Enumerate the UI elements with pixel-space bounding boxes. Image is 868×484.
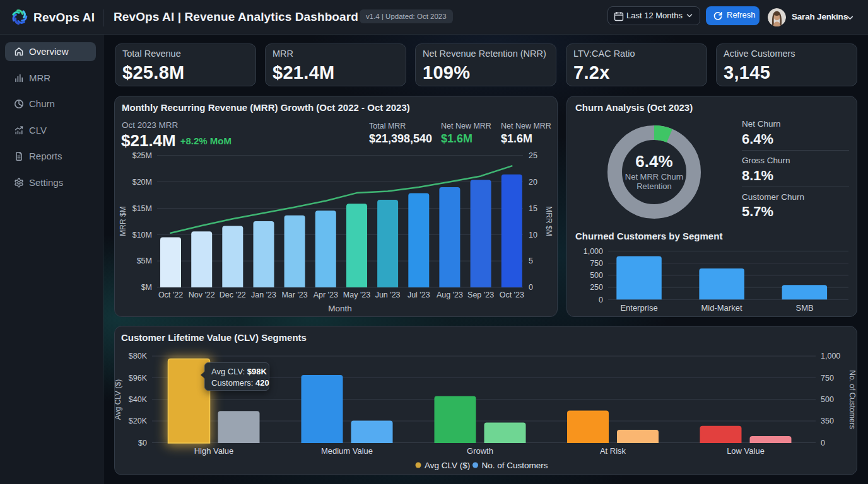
svg-text:$M: $M [141, 283, 152, 292]
svg-text:1,000: 1,000 [821, 352, 840, 360]
svg-text:Aug '23: Aug '23 [437, 291, 463, 299]
svg-text:Low Value: Low Value [727, 446, 765, 456]
svg-text:0: 0 [529, 283, 533, 292]
svg-text:Growth: Growth [467, 446, 493, 456]
svg-text:High Value: High Value [194, 446, 234, 456]
svg-text:500: 500 [590, 271, 603, 280]
svg-text:MRR $M: MRR $M [119, 206, 127, 236]
svg-text:Medium Value: Medium Value [321, 446, 373, 456]
svg-text:Mid-Market: Mid-Market [701, 303, 742, 313]
svg-text:Jul '23: Jul '23 [408, 291, 430, 299]
svg-text:No. of Customers: No. of Customers [482, 461, 548, 470]
svg-text:Avg CLV ($): Avg CLV ($) [115, 379, 122, 420]
svg-text:$10M: $10M [132, 231, 152, 239]
svg-text:$5M: $5M [137, 256, 152, 265]
svg-text:250: 250 [590, 283, 603, 292]
svg-text:Month: Month [328, 304, 352, 313]
svg-text:MRR $M: MRR $M [544, 206, 553, 236]
svg-text:Retention: Retention [636, 182, 672, 191]
svg-text:$80K: $80K [129, 352, 148, 360]
svg-text:$15M: $15M [132, 204, 152, 213]
svg-text:Enterprise: Enterprise [620, 303, 657, 313]
svg-text:Jan '23: Jan '23 [251, 291, 276, 299]
svg-text:1,000: 1,000 [584, 247, 603, 256]
svg-text:$20K: $20K [129, 417, 148, 425]
svg-text:No. of Customers: No. of Customers [848, 370, 857, 429]
svg-text:Oct '22: Oct '22 [158, 291, 183, 299]
svg-text:25: 25 [529, 151, 537, 160]
svg-text:750: 750 [590, 259, 603, 268]
svg-text:Net MRR Churn: Net MRR Churn [625, 172, 683, 182]
svg-text:20: 20 [529, 178, 537, 187]
svg-text:Jun '23: Jun '23 [375, 291, 401, 299]
svg-text:Avg CLV ($): Avg CLV ($) [425, 461, 470, 470]
svg-text:May '23: May '23 [343, 291, 370, 299]
svg-text:500: 500 [821, 395, 834, 404]
svg-text:Dec '22: Dec '22 [220, 291, 246, 299]
svg-text:Nov '22: Nov '22 [189, 291, 215, 299]
svg-text:0: 0 [821, 439, 825, 447]
svg-text:350: 350 [821, 417, 834, 425]
svg-text:$40K: $40K [129, 395, 148, 404]
svg-text:SMB: SMB [796, 303, 814, 313]
svg-text:5: 5 [529, 256, 533, 265]
svg-text:Apr '23: Apr '23 [314, 291, 338, 299]
svg-text:$96K: $96K [129, 374, 148, 383]
svg-text:10: 10 [529, 231, 537, 239]
svg-text:Mar '23: Mar '23 [281, 291, 307, 299]
svg-text:Oct '23: Oct '23 [500, 291, 524, 299]
svg-text:At Risk: At Risk [600, 446, 626, 456]
svg-text:$25M: $25M [132, 151, 152, 160]
svg-text:$0: $0 [138, 439, 147, 447]
svg-text:15: 15 [529, 204, 537, 213]
svg-text:750: 750 [821, 374, 834, 383]
svg-text:0: 0 [599, 296, 603, 304]
svg-text:$20M: $20M [132, 178, 152, 187]
svg-text:6.4%: 6.4% [635, 152, 672, 171]
svg-text:Sep '23: Sep '23 [467, 291, 494, 299]
